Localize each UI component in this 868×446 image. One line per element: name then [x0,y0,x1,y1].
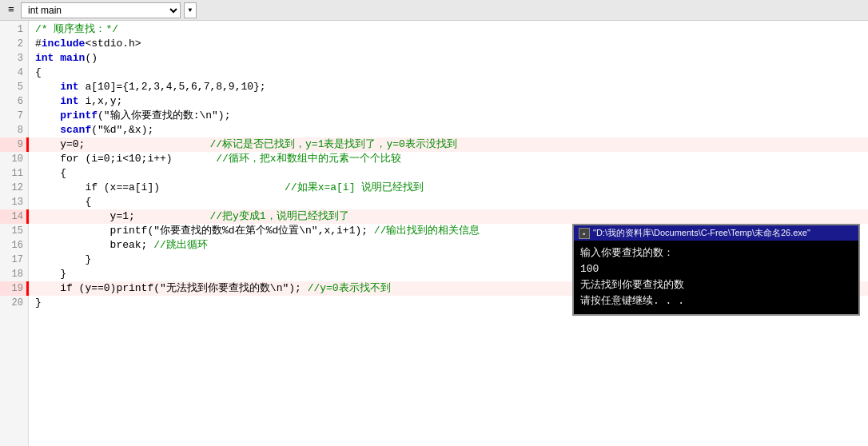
code-line-12: if (x==a[i]) //如果x=a[i] 说明已经找到 [29,181,868,195]
terminal-title: "D:\我的资料库\Documents\C-Free\Temp\未命名26.ex… [593,227,810,239]
terminal-line: 输入你要查找的数： [580,245,852,261]
code-line-1: /* 顺序查找：*/ [29,22,868,37]
line-number-10: 10 [0,152,28,166]
line-number-20: 20 [0,296,28,310]
toolbar-icon: ≡ [5,4,18,17]
line-number-12: 12 [0,181,28,195]
code-line-4: { [29,66,868,80]
line-number-15: 15 [0,224,28,238]
code-line-13: { [29,195,868,209]
line-number-13: 13 [0,195,28,209]
line-number-5: 5 [0,80,28,94]
code-line-14: y=1; //把y变成1，说明已经找到了 [29,209,868,224]
line-number-14: 14 [0,209,28,224]
code-line-7: printf("输入你要查找的数:\n"); [29,109,868,123]
line-number-4: 4 [0,66,28,80]
code-line-10: for (i=0;i<10;i++) //循环，把x和数组中的元素一个个比较 [29,152,868,166]
terminal-window: ▪ "D:\我的资料库\Documents\C-Free\Temp\未命名26.… [572,224,860,316]
line-number-17: 17 [0,253,28,267]
terminal-titlebar: ▪ "D:\我的资料库\Documents\C-Free\Temp\未命名26.… [574,225,858,241]
terminal-line: 无法找到你要查找的数 [580,277,852,293]
code-line-9: y=0; //标记是否已找到，y=1表是找到了，y=0表示没找到 [29,137,868,152]
toolbar: ≡ int main ▼ [0,0,868,21]
line-number-6: 6 [0,94,28,109]
line-number-9: 9 [0,137,28,152]
code-line-5: int a[10]={1,2,3,4,5,6,7,8,9,10}; [29,80,868,94]
line-number-2: 2 [0,37,28,51]
code-line-6: int i,x,y; [29,94,868,109]
code-line-2: #include<stdio.h> [29,37,868,51]
line-number-3: 3 [0,51,28,66]
line-number-7: 7 [0,109,28,123]
line-number-16: 16 [0,238,28,253]
line-number-18: 18 [0,267,28,281]
line-number-11: 11 [0,166,28,181]
terminal-body: 输入你要查找的数：100无法找到你要查找的数请按任意键继续. . . [574,241,858,314]
dropdown-arrow[interactable]: ▼ [184,2,197,18]
terminal-icon: ▪ [579,228,590,239]
terminal-line: 请按任意键继续. . . [580,293,852,309]
line-numbers: 1234567891011121314151617181920 [0,21,29,446]
line-number-1: 1 [0,22,28,37]
terminal-line: 100 [580,261,852,277]
code-line-8: scanf("%d",&x); [29,123,868,137]
function-selector[interactable]: int main [21,2,181,18]
line-number-8: 8 [0,123,28,137]
line-number-19: 19 [0,281,28,296]
code-line-3: int main() [29,51,868,66]
code-line-11: { [29,166,868,181]
